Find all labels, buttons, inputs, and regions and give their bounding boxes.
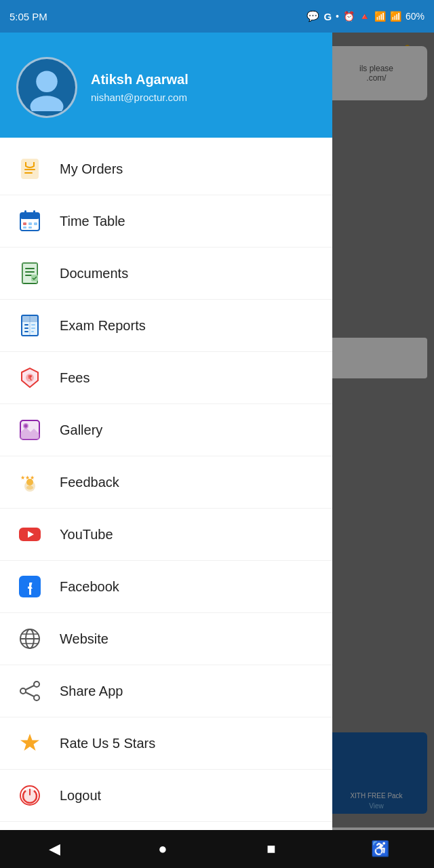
menu-item-youtube[interactable]: YouTube <box>0 509 332 561</box>
menu-item-rate-us[interactable]: Rate Us 5 Stars <box>0 717 332 770</box>
menu-item-fees[interactable]: ₹ Fees <box>0 352 332 404</box>
g-icon: G <box>323 11 332 22</box>
svg-rect-13 <box>28 226 32 229</box>
feedback-icon: ★★★ <box>16 469 43 496</box>
menu-item-logout[interactable]: Logout <box>0 770 332 822</box>
back-button[interactable]: ◀ <box>31 830 78 868</box>
menu-item-share-app[interactable]: Share App <box>0 665 332 717</box>
menu-item-facebook[interactable]: Facebook <box>0 561 332 613</box>
menu-item-my-orders[interactable]: My Orders <box>0 143 332 195</box>
status-icons: 💬 G • ⏰ 🔺 📶 📶 60% <box>307 10 425 22</box>
exam-reports-label: Exam Reports <box>60 318 146 334</box>
navigation-drawer: Atiksh Agarwal nishant@proctur.com My Or… <box>0 33 332 868</box>
navigation-bar: ◀ ● ■ ♿ <box>0 830 434 868</box>
youtube-icon <box>16 521 43 548</box>
share-app-icon <box>16 677 43 705</box>
recents-icon: ■ <box>267 840 275 858</box>
rate-us-icon <box>16 730 43 757</box>
wifi-icon: 📶 <box>374 11 386 22</box>
exam-reports-icon <box>16 312 43 339</box>
svg-rect-7 <box>24 210 26 216</box>
youtube-label: YouTube <box>60 527 113 542</box>
back-icon: ◀ <box>49 840 60 858</box>
menu-item-website[interactable]: Website <box>0 613 332 665</box>
svg-rect-3 <box>24 169 35 170</box>
whatsapp-icon: 💬 <box>307 10 319 22</box>
home-icon: ● <box>158 840 167 858</box>
status-time: 5:05 PM <box>9 11 47 22</box>
fees-label: Fees <box>60 370 90 386</box>
time-table-label: Time Table <box>60 214 125 229</box>
svg-rect-24 <box>31 324 35 326</box>
alarm-icon: ⏰ <box>343 11 355 22</box>
svg-rect-23 <box>24 331 28 332</box>
svg-rect-16 <box>25 271 35 273</box>
svg-rect-22 <box>24 328 28 329</box>
menu-item-time-table[interactable]: Time Table <box>0 195 332 248</box>
svg-point-1 <box>31 96 64 111</box>
battery-icon: 60% <box>406 11 425 22</box>
website-label: Website <box>60 631 108 647</box>
rate-us-label: Rate Us 5 Stars <box>60 736 155 751</box>
drawer-overlay[interactable] <box>332 33 434 868</box>
svg-rect-9 <box>23 222 26 225</box>
facebook-icon <box>16 573 43 600</box>
svg-rect-12 <box>23 226 26 229</box>
svg-rect-10 <box>28 222 32 225</box>
website-icon <box>16 625 43 652</box>
user-name: Atiksh Agarwal <box>91 72 189 87</box>
signal-bars-icon: 📶 <box>390 11 401 22</box>
svg-rect-11 <box>34 222 37 225</box>
svg-marker-51 <box>20 734 39 751</box>
svg-point-46 <box>34 682 39 687</box>
gallery-label: Gallery <box>60 422 102 438</box>
facebook-label: Facebook <box>60 579 119 595</box>
menu-item-feedback[interactable]: ★★★ Feedback <box>0 456 332 509</box>
time-table-icon <box>16 208 43 235</box>
svg-rect-54 <box>29 789 31 795</box>
documents-label: Documents <box>60 266 128 281</box>
accessibility-icon: ♿ <box>371 840 389 858</box>
my-orders-icon <box>16 155 43 182</box>
logout-label: Logout <box>60 788 101 804</box>
svg-point-37 <box>26 486 33 490</box>
svg-rect-6 <box>20 213 39 219</box>
svg-line-49 <box>26 686 34 690</box>
svg-rect-17 <box>25 275 32 276</box>
svg-rect-8 <box>33 210 35 216</box>
svg-rect-26 <box>31 331 34 332</box>
drawer-header: Atiksh Agarwal nishant@proctur.com <box>0 33 332 138</box>
svg-rect-15 <box>25 268 35 269</box>
documents-icon <box>16 260 43 287</box>
svg-rect-4 <box>24 172 33 174</box>
menu-list: My Orders Time Table <box>0 138 332 868</box>
dot-icon: • <box>336 11 339 22</box>
avatar <box>16 57 77 118</box>
home-button[interactable]: ● <box>139 830 186 868</box>
svg-rect-25 <box>31 328 35 329</box>
my-orders-label: My Orders <box>60 161 123 177</box>
menu-item-exam-reports[interactable]: Exam Reports <box>0 300 332 352</box>
share-app-label: Share App <box>60 684 123 699</box>
gallery-icon <box>16 416 43 443</box>
menu-item-documents[interactable]: Documents <box>0 248 332 300</box>
feedback-label: Feedback <box>60 475 119 490</box>
fees-icon: ₹ <box>16 364 43 391</box>
menu-item-gallery[interactable]: Gallery <box>0 404 332 456</box>
user-info: Atiksh Agarwal nishant@proctur.com <box>91 72 189 103</box>
signal-icon: 🔺 <box>359 11 370 22</box>
svg-text:★★★: ★★★ <box>20 475 35 481</box>
svg-point-0 <box>36 71 58 92</box>
recents-button[interactable]: ■ <box>248 830 295 868</box>
svg-rect-21 <box>24 324 28 326</box>
accessibility-button[interactable]: ♿ <box>356 830 403 868</box>
logout-icon <box>16 782 43 809</box>
svg-point-48 <box>34 695 39 701</box>
svg-point-33 <box>24 425 28 428</box>
svg-line-50 <box>26 692 34 696</box>
status-bar: 5:05 PM 💬 G • ⏰ 🔺 📶 📶 60% <box>0 0 434 33</box>
svg-text:₹: ₹ <box>28 374 33 382</box>
svg-point-47 <box>20 688 26 694</box>
user-email: nishant@proctur.com <box>91 92 189 103</box>
